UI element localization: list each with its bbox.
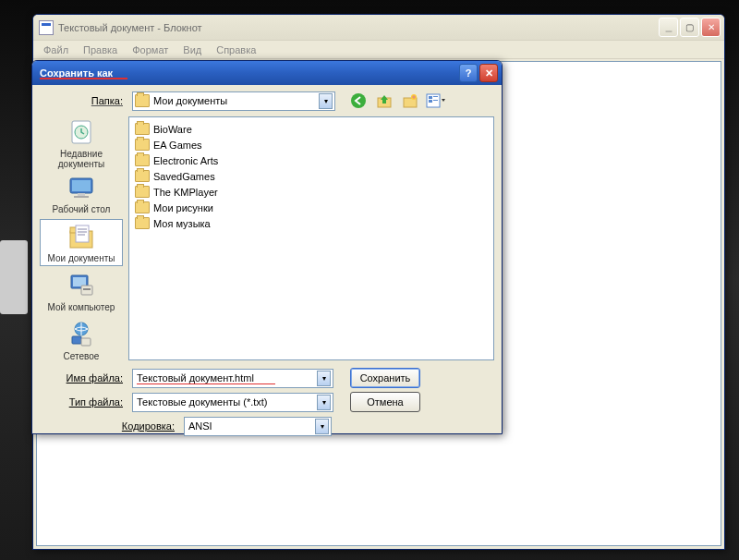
- back-button[interactable]: [348, 91, 369, 111]
- save-button[interactable]: Сохранить: [350, 368, 420, 388]
- list-item[interactable]: Моя музыка: [133, 215, 490, 231]
- places-bar: Недавние документы Рабочий стол Мои доку…: [40, 116, 123, 360]
- cancel-button[interactable]: Отмена: [350, 392, 420, 412]
- path-value: Мои документы: [153, 95, 319, 106]
- svg-rect-23: [72, 336, 81, 344]
- svg-rect-14: [74, 196, 89, 198]
- svg-rect-7: [433, 96, 438, 97]
- folder-icon: [135, 154, 150, 166]
- svg-rect-13: [78, 193, 85, 196]
- annotation-underline-icon: [40, 78, 127, 79]
- close-button[interactable]: ✕: [701, 18, 721, 37]
- menu-help[interactable]: Справка: [210, 43, 262, 57]
- list-item[interactable]: EA Games: [133, 137, 490, 152]
- encoding-combobox[interactable]: ANSI ▾: [184, 417, 332, 436]
- svg-rect-8: [433, 100, 438, 101]
- new-folder-button[interactable]: [400, 91, 420, 111]
- encoding-value: ANSI: [188, 420, 315, 432]
- svg-rect-21: [83, 288, 91, 290]
- folder-icon: [135, 123, 150, 135]
- svg-rect-5: [429, 96, 432, 99]
- places-desktop[interactable]: Рабочий стол: [40, 170, 123, 217]
- places-mydocuments[interactable]: Мои документы: [40, 219, 123, 266]
- places-recent[interactable]: Недавние документы: [40, 118, 123, 168]
- main-titlebar[interactable]: Текстовый документ - Блокнот ＿ ▢ ✕: [33, 15, 724, 41]
- filename-combobox[interactable]: Текстовый документ.html ▾: [132, 369, 333, 388]
- filename-label: Имя файла:: [40, 372, 127, 383]
- path-combobox[interactable]: Мои документы ▾: [132, 91, 335, 111]
- dropdown-icon[interactable]: ▾: [319, 93, 333, 109]
- minimize-button[interactable]: ＿: [659, 18, 678, 37]
- menu-format[interactable]: Формат: [126, 43, 175, 57]
- view-menu-button[interactable]: [426, 91, 446, 111]
- svg-point-0: [351, 93, 366, 108]
- places-mycomputer[interactable]: Мой компьютер: [40, 268, 123, 315]
- menu-view[interactable]: Вид: [176, 43, 208, 57]
- dialog-help-button[interactable]: ?: [459, 64, 478, 82]
- dialog-title: Сохранить как: [40, 67, 457, 79]
- main-window-title: Текстовый документ - Блокнот: [58, 22, 659, 33]
- recent-documents-icon: [67, 117, 96, 147]
- svg-rect-24: [81, 338, 91, 346]
- encoding-label: Кодировка:: [40, 420, 178, 432]
- folder-icon: [135, 217, 150, 229]
- svg-rect-6: [429, 100, 432, 103]
- list-item[interactable]: Electronic Arts: [133, 152, 490, 168]
- places-network[interactable]: Сетевое: [40, 317, 123, 364]
- menu-edit[interactable]: Правка: [77, 43, 124, 57]
- notepad-icon: [39, 20, 54, 35]
- svg-rect-17: [76, 225, 89, 242]
- filetype-combobox[interactable]: Текстовые документы (*.txt) ▾: [132, 393, 333, 412]
- desktop-icon: [67, 173, 96, 202]
- dialog-close-button[interactable]: ✕: [479, 64, 498, 82]
- filetype-label: Тип файла:: [40, 396, 127, 408]
- filetype-value: Текстовые документы (*.txt): [137, 396, 317, 408]
- folder-icon: [135, 139, 150, 151]
- dropdown-icon[interactable]: ▾: [317, 395, 331, 410]
- path-label: Папка:: [40, 95, 127, 106]
- menubar: Файл Правка Формат Вид Справка: [33, 41, 724, 59]
- svg-rect-12: [72, 180, 91, 191]
- save-as-dialog: Сохранить как ? ✕ Папка: Мои документы ▾: [31, 60, 503, 434]
- dropdown-icon[interactable]: ▾: [317, 371, 331, 386]
- maximize-button[interactable]: ▢: [680, 18, 699, 37]
- folder-icon: [135, 170, 150, 182]
- list-item[interactable]: BioWare: [133, 121, 490, 137]
- folder-icon: [135, 186, 150, 198]
- network-icon: [67, 320, 96, 349]
- list-item[interactable]: The KMPlayer: [133, 184, 490, 200]
- annotation-underline-icon: [137, 383, 275, 385]
- file-list[interactable]: BioWare EA Games Electronic Arts SavedGa…: [128, 116, 494, 360]
- filename-value: Текстовый документ.html: [137, 372, 317, 383]
- dialog-titlebar[interactable]: Сохранить как ? ✕: [32, 61, 502, 85]
- list-item[interactable]: SavedGames: [133, 168, 490, 184]
- dropdown-icon[interactable]: ▾: [315, 419, 329, 434]
- list-item[interactable]: Мои рисунки: [133, 200, 490, 215]
- folder-icon: [135, 94, 150, 107]
- my-documents-icon: [67, 222, 96, 251]
- folder-icon: [135, 201, 150, 213]
- menu-file[interactable]: Файл: [37, 43, 75, 57]
- up-one-level-button[interactable]: [374, 91, 394, 111]
- my-computer-icon: [67, 271, 96, 300]
